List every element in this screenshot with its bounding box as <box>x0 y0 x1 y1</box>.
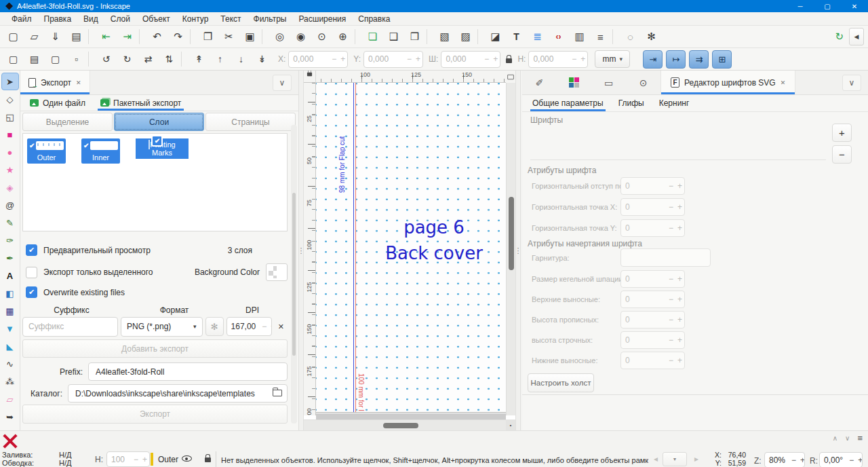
increment-icon[interactable]: + <box>675 335 684 345</box>
connector-tool[interactable]: ➥ <box>1 408 19 426</box>
close-button[interactable]: ✕ <box>841 0 868 12</box>
prefix-input[interactable] <box>88 362 288 381</box>
selector-tool[interactable]: ➤ <box>1 73 19 90</box>
zoom-drawing-icon[interactable]: ◉ <box>290 28 311 45</box>
remove-font-button[interactable]: − <box>832 145 852 164</box>
decrement-icon[interactable]: − <box>789 455 798 465</box>
decrement-icon[interactable]: − <box>667 223 675 233</box>
lower-to-bottom-icon[interactable]: ↡ <box>252 50 273 68</box>
increment-icon[interactable]: + <box>675 223 684 233</box>
decrement-icon[interactable]: − <box>482 54 491 64</box>
tab-display[interactable]: ⊙ <box>626 71 660 94</box>
snap-nodes-button[interactable]: ↦ <box>666 50 686 69</box>
checkbox-checked-icon[interactable]: ✔ <box>29 142 35 149</box>
increment-icon[interactable]: + <box>578 54 587 64</box>
decrement-icon[interactable]: − <box>667 274 675 284</box>
menu-item[interactable]: Вид <box>77 13 104 25</box>
increment-icon[interactable]: + <box>856 455 863 465</box>
tab-swatches[interactable] <box>557 71 591 94</box>
group-icon[interactable]: ▧ <box>434 28 455 45</box>
dpi-spinbox[interactable]: 167,00 − + <box>226 317 272 336</box>
page-text-line1[interactable]: page 6 <box>403 217 465 238</box>
decrement-icon[interactable]: − <box>132 455 140 464</box>
flip-horizontal-icon[interactable]: ⇄ <box>138 50 159 68</box>
decrement-icon[interactable]: − <box>667 315 675 324</box>
export-button[interactable]: Экспорт <box>22 405 288 424</box>
copy-icon[interactable]: ❐ <box>197 28 218 45</box>
select-options-icon[interactable]: ▫ <box>66 50 87 68</box>
attribute-spinbox[interactable]: 0 − + <box>620 219 685 237</box>
suffix-input[interactable] <box>22 317 118 337</box>
coord-spinbox[interactable]: 0,000 − + <box>441 51 500 68</box>
zoom-page-width-icon[interactable]: ⊕ <box>332 28 353 45</box>
close-icon[interactable]: ✕ <box>781 79 786 86</box>
text-tool[interactable]: A <box>1 267 19 284</box>
find-icon[interactable]: ◌ <box>620 28 641 45</box>
import-icon[interactable]: ⇤ <box>96 28 117 45</box>
snap-bounding-boxes-button[interactable]: ⇥ <box>643 50 663 69</box>
increment-icon[interactable]: + <box>675 181 684 191</box>
new-document-icon[interactable]: ▢ <box>3 28 24 45</box>
decrement-icon[interactable]: − <box>667 356 675 365</box>
background-color-swatch[interactable] <box>266 263 288 281</box>
menu-item[interactable]: Слой <box>104 13 136 25</box>
left-panel-splitter[interactable]: ⋮ <box>298 71 304 430</box>
coord-spinbox[interactable]: 0,000 − + <box>288 51 348 68</box>
menu-item[interactable]: Правка <box>38 13 78 25</box>
increment-icon[interactable]: + <box>675 202 684 212</box>
scrollbar-thumb[interactable] <box>292 193 296 356</box>
tweak-tool[interactable]: ∿ <box>1 355 19 373</box>
pen-tool[interactable]: ✑ <box>1 231 19 249</box>
checkbox-checked-icon[interactable]: ✔ <box>151 135 163 147</box>
decrement-icon[interactable]: − <box>405 54 414 64</box>
decrement-icon[interactable]: − <box>260 322 269 331</box>
attribute-spinbox[interactable]: 0 − + <box>620 291 685 308</box>
select-all-icon[interactable]: ▢ <box>3 50 24 68</box>
menu-item[interactable]: Контур <box>176 13 214 25</box>
menu-item[interactable]: Справка <box>352 13 396 25</box>
select-all-layers-icon[interactable]: ▤ <box>24 50 45 68</box>
lock-ratio-icon[interactable] <box>506 58 512 63</box>
rotate-cw-icon[interactable]: ↻ <box>117 50 138 68</box>
decrement-icon[interactable]: − <box>667 295 675 304</box>
canvas-area[interactable]: 75100125150175 255075100125150175200 98 … <box>304 71 515 430</box>
document-page[interactable]: 98 mm for Flap cut 100 mm for Insi page … <box>316 83 506 413</box>
increment-icon[interactable]: + <box>269 322 272 331</box>
align-dialog-icon[interactable]: ≡ <box>590 28 611 45</box>
tab-global-settings[interactable]: Общие параметры <box>530 95 606 111</box>
rotation-spinbox[interactable]: 0,00° − + <box>819 452 863 467</box>
menu-item[interactable]: Расширения <box>292 13 352 25</box>
node-editor-tool[interactable]: ◇ <box>1 90 19 108</box>
collapse-snap-bar-button[interactable]: ◀ <box>849 28 864 45</box>
pages-scope-button[interactable]: Страницы <box>205 113 296 131</box>
attribute-spinbox[interactable]: 0 − + <box>620 198 685 216</box>
duplicate-icon[interactable]: ❏ <box>362 28 383 45</box>
format-dropdown[interactable]: PNG (*.png) ▾ <box>121 317 203 337</box>
opacity-spinbox[interactable]: 100 − + <box>106 451 150 467</box>
menu-item[interactable]: Фильтры <box>248 13 293 25</box>
selection-scope-button[interactable]: Выделение <box>22 113 113 131</box>
tab-batch-export[interactable]: Пакетный экспорт <box>98 95 184 111</box>
spray-tool[interactable]: ⁂ <box>1 373 19 390</box>
panel-collapse-button[interactable]: ∨ <box>273 75 292 91</box>
fonts-list[interactable] <box>530 126 826 160</box>
tab-kerning[interactable]: Кернинг <box>657 95 692 111</box>
menu-item[interactable]: Файл <box>5 13 38 25</box>
prev-message-icon[interactable]: ◂ <box>651 451 660 466</box>
save-document-icon[interactable]: ⇓ <box>45 28 66 45</box>
clone-icon[interactable]: ❑ <box>383 28 404 45</box>
folder-path-input[interactable] <box>68 384 288 403</box>
flip-vertical-icon[interactable]: ⇅ <box>159 50 180 68</box>
overwrite-checkbox[interactable]: ✔ <box>26 286 37 298</box>
zoom-page-icon[interactable]: ⊙ <box>311 28 332 45</box>
tab-svg-font-editor[interactable]: F Редактор шрифтов SVG ✕ <box>660 71 795 94</box>
height-spinbox[interactable]: 0,000 − + <box>528 51 588 68</box>
checkbox-checked-icon[interactable]: ✔ <box>83 142 89 149</box>
decrement-icon[interactable]: − <box>570 54 578 64</box>
statusbar-menu-icon[interactable]: ≡ <box>857 433 863 443</box>
message-dropdown[interactable]: ▾ <box>663 452 687 466</box>
increment-icon[interactable]: + <box>140 455 149 464</box>
box-3d-tool[interactable]: ◈ <box>1 179 19 196</box>
tab-objects[interactable]: ▭ <box>591 71 626 94</box>
folder-open-icon[interactable] <box>273 390 282 396</box>
